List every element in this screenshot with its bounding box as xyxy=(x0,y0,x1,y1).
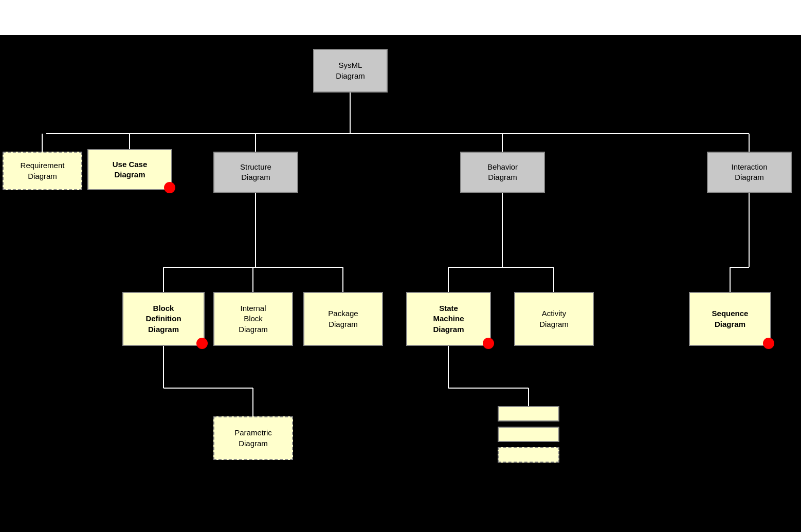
node-blockdef: Block Definition Diagram xyxy=(122,292,205,346)
node-label-behavior: Behavior Diagram xyxy=(487,162,518,183)
node-internalblock: Internal Block Diagram xyxy=(213,292,293,346)
diagram-lines xyxy=(0,0,801,532)
red-dot-statemachine xyxy=(483,338,494,349)
node-extra3 xyxy=(498,447,559,463)
node-label-sequence: Sequence Diagram xyxy=(712,308,749,329)
page-title xyxy=(0,0,801,14)
node-label-blockdef: Block Definition Diagram xyxy=(145,303,181,335)
node-package: Package Diagram xyxy=(303,292,383,346)
red-dot-blockdef xyxy=(196,338,208,349)
node-label-structure: Structure Diagram xyxy=(240,162,271,183)
node-label-internalblock: Internal Block Diagram xyxy=(239,303,268,335)
node-label-statemachine: State Machine Diagram xyxy=(433,303,464,335)
node-label-parametric: Parametric Diagram xyxy=(234,428,272,449)
red-dot-sequence xyxy=(763,338,774,349)
node-label-usecase: Use Case Diagram xyxy=(113,159,148,180)
node-label-interaction: Interaction Diagram xyxy=(731,162,767,183)
node-usecase: Use Case Diagram xyxy=(87,149,172,190)
node-parametric: Parametric Diagram xyxy=(213,416,293,460)
node-activity: Activity Diagram xyxy=(514,292,594,346)
node-behavior: Behavior Diagram xyxy=(460,152,545,193)
node-structure: Structure Diagram xyxy=(213,152,298,193)
node-label-activity: Activity Diagram xyxy=(539,308,569,329)
node-sysml: SysML Diagram xyxy=(313,49,388,93)
node-label-package: Package Diagram xyxy=(328,308,358,329)
red-dot-usecase xyxy=(164,182,175,193)
node-sequence: Sequence Diagram xyxy=(689,292,771,346)
node-extra1 xyxy=(498,406,559,421)
node-statemachine: State Machine Diagram xyxy=(406,292,491,346)
node-interaction: Interaction Diagram xyxy=(707,152,792,193)
node-label-requirement: Requirement Diagram xyxy=(21,160,65,181)
node-requirement: Requirement Diagram xyxy=(3,152,82,190)
node-extra2 xyxy=(498,427,559,442)
node-label-sysml: SysML Diagram xyxy=(336,60,365,81)
